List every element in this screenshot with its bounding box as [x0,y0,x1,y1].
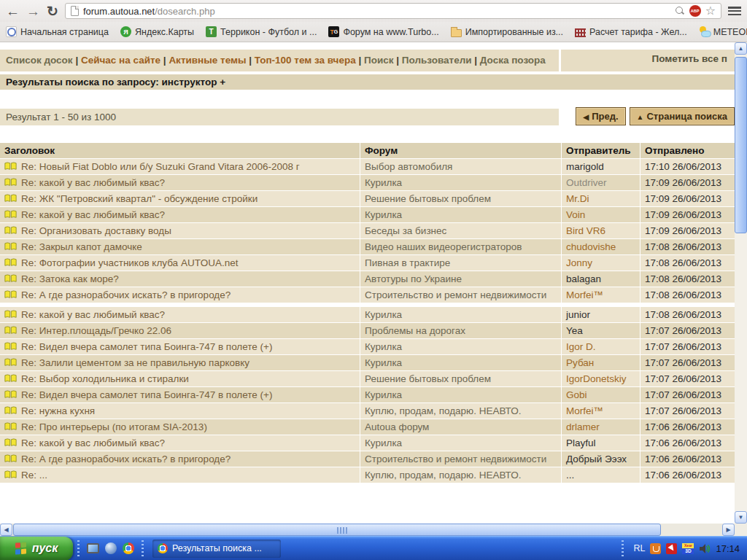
vertical-scrollbar[interactable]: ▲ ▼ [735,42,747,524]
column-header: Форум [360,143,561,158]
reload-icon[interactable]: ↻ [47,4,58,18]
forum-name: Беседы за бизнес [360,223,561,238]
search-page-button[interactable]: ▲Страница поиска [630,107,735,125]
xear3d-tray-icon[interactable]: Xear3D [682,543,694,554]
bookmark-item[interactable]: Импортированные из... [451,27,563,37]
horizontal-scrollbar[interactable]: ◀ ▶ [0,524,735,536]
table-group-gap [0,303,735,306]
sender-link[interactable]: Voin [562,207,640,222]
topic-book-icon [4,374,17,383]
topic-title-link[interactable]: Re: А где разнорабочих искать? в пригоро… [21,453,231,465]
chrome-icon[interactable] [123,542,134,554]
scroll-right-icon[interactable]: ▶ [722,524,735,536]
sender-link[interactable]: balagan [562,271,640,287]
sender-link[interactable]: Добрый Эээх [562,451,640,467]
topic-title-link[interactable]: Re: какой у вас любимый квас? [21,308,165,321]
topic-title-link[interactable]: Re: Затока как море? [21,273,119,285]
task-button-search-results[interactable]: Результаты поиска ... [152,540,281,558]
prev-page-button[interactable]: ◀Пред. [576,107,625,125]
sender-link[interactable]: Рубан [562,355,640,370]
nav-link[interactable]: Активные темы [169,55,246,66]
sender-link[interactable]: Igor D. [562,339,640,354]
java-tray-icon[interactable] [650,543,661,554]
topic-title-link[interactable]: Re: Про интерьеры (по итогам SIA-2013) [21,421,207,433]
url-text[interactable]: forum.autoua.net/dosearch.php [83,6,670,17]
vertical-scroll-thumb[interactable] [735,57,747,233]
url-bar[interactable]: forum.autoua.net/dosearch.php ABP ☆ [65,3,721,19]
sender-link[interactable]: Bird VR6 [562,223,640,238]
topic-title-link[interactable]: Re: какой у вас любимый квас? [21,437,165,449]
topic-title-link[interactable]: Re: Закрыл капот дамочке [21,241,142,253]
nav-link[interactable]: Сейчас на сайте [81,55,160,66]
start-button[interactable]: пуск [0,537,73,560]
topic-title-link[interactable]: Re: ЖК "Петровский квартал" - обсуждение… [21,192,258,205]
sender-link[interactable]: junior [562,307,640,322]
scrollbar-corner [735,524,747,536]
topic-title-link[interactable]: Re: Выбор холодильника и стиралки [21,373,189,385]
sender-link[interactable]: drlamer [562,419,640,435]
bookmark-star-icon[interactable]: ☆ [705,5,716,17]
bookmark-item[interactable]: TGФорум на www.Turbo... [328,26,438,37]
nav-link[interactable]: Пользователи [402,55,472,66]
bookmark-item[interactable]: Начальная страница [6,26,109,37]
sender-link[interactable]: Morfei™ [562,403,640,419]
topic-title-link[interactable]: Re: ... [21,469,47,481]
adblock-icon[interactable]: ABP [689,5,701,17]
topic-book-icon [4,326,17,335]
scroll-up-icon[interactable]: ▲ [735,42,747,55]
sender-link[interactable]: marigold [562,159,640,174]
nav-link[interactable]: Топ-100 тем за вчера [255,55,356,66]
show-desktop-icon[interactable] [87,543,99,553]
sender-link[interactable]: Morfei™ [562,287,640,303]
browser-menu-icon[interactable] [728,7,741,15]
sender-link[interactable]: chudovishe [562,239,640,254]
nav-link[interactable]: Список досок [6,55,73,66]
post-date: 17:09 26/06/2013 [640,175,735,190]
sender-link[interactable]: Mr.Di [562,191,640,206]
forum-name: Видео наших видеорегистраторов [360,239,561,254]
sender-link[interactable]: Playful [562,435,640,451]
sender-link[interactable]: Gobi [562,387,640,402]
bookmark-item[interactable]: ЯЯндекс.Карты [120,26,194,37]
topic-title-link[interactable]: Re: Видел вчера самолет типа Боинга-747 … [21,389,272,401]
volume-icon[interactable] [699,543,711,554]
table-row: Re: нужна кухня [0,403,360,419]
topic-title-link[interactable]: Re: А где разнорабочих искать? в пригоро… [21,289,231,301]
sender-link[interactable]: IgorDonetskiy [562,371,640,386]
topic-title-link[interactable]: Re: какой у вас любимый квас? [21,209,165,221]
browser-quicklaunch-icon[interactable] [105,542,117,554]
pointer-tray-icon[interactable] [666,543,677,554]
topic-book-icon [4,470,17,479]
language-indicator[interactable]: RL [633,543,645,553]
back-icon[interactable]: ← [6,4,20,18]
horizontal-scroll-thumb[interactable] [13,524,661,536]
post-date: 17:07 26/06/2013 [640,355,735,370]
topic-title-link[interactable]: Re: какой у вас любимый квас? [21,176,165,189]
quick-launch [84,542,137,554]
sender-link[interactable]: Outdriver [562,175,640,190]
post-date: 17:09 26/06/2013 [640,223,735,238]
sender-link[interactable]: ... [562,467,640,483]
bookmark-item[interactable]: TТеррикон - Футбол и ... [206,26,317,37]
topic-title-link[interactable]: Re: Интер.площадь/Гречко 22.06 [21,324,171,337]
scroll-left-icon[interactable]: ◀ [0,524,12,536]
sender-link[interactable]: Jonny [562,255,640,271]
sender-link[interactable]: Yea [562,323,640,338]
bookmark-item[interactable]: Расчет тарифа - Жел... [575,27,687,37]
nav-link[interactable]: Доска позора [480,55,546,66]
topic-title-link[interactable]: Re: Новый Fiat Doblo или б/у Suzuki Gran… [21,160,300,173]
topic-title-link[interactable]: Re: Фотографии участников клуба AUTOUA.n… [21,257,238,269]
nav-link[interactable]: Поиск [364,55,394,66]
results-table: ЗаголовокФорумОтправительОтправленоRe: Н… [0,143,735,483]
bookmark-item[interactable]: METEOPROG.UA: Пог... [699,26,747,37]
topic-title-link[interactable]: Re: Залили цементом за не правильную пар… [21,357,249,369]
forward-icon[interactable]: → [26,4,40,18]
mark-all-read-link[interactable]: Пометить все п [561,50,735,71]
scroll-down-icon[interactable]: ▼ [735,511,747,524]
topic-title-link[interactable]: Re: Видел вчера самолет типа Боинга-747 … [21,341,272,353]
zoom-icon[interactable] [675,6,685,16]
nav-separator: | [356,55,364,66]
topic-title-link[interactable]: Re: нужна кухня [21,405,95,417]
topic-book-icon [4,390,17,399]
topic-title-link[interactable]: Re: Организовать доставку воды [21,225,171,237]
